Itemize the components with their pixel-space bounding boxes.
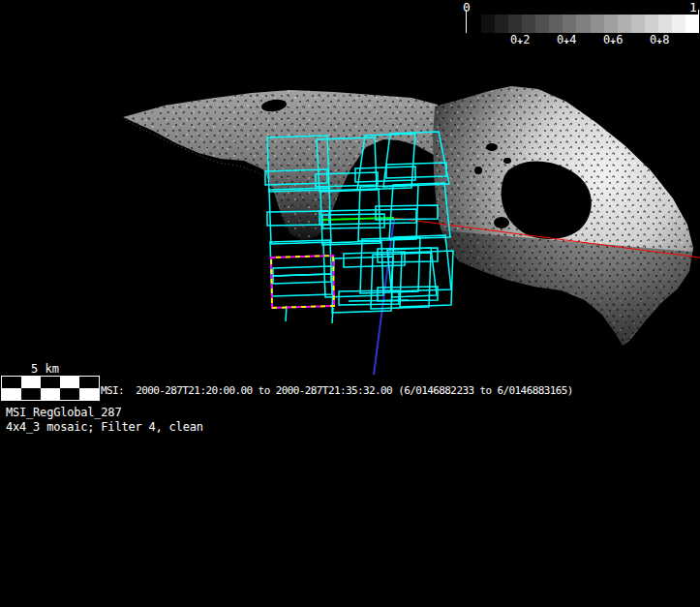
- asteroid-rendering: [107, 77, 700, 358]
- scalebar-cell: [41, 377, 60, 388]
- mosaic-frame-outline: [400, 251, 453, 307]
- crater-shadow-blob: [503, 158, 511, 164]
- scalebar-cell: [79, 377, 99, 388]
- colorbar-step: [618, 15, 631, 33]
- scalebar-label: 5 km: [31, 363, 59, 376]
- scalebar-cell: [2, 377, 21, 388]
- display-window: 0 1 0.2+0.4+0.6+0.8+ 5 km MSI: 2000-287T…: [0, 0, 700, 607]
- colorbar-tick-mark: +: [517, 37, 523, 46]
- scene-canvas[interactable]: [0, 0, 700, 607]
- colorbar-step: [522, 15, 535, 33]
- colorbar-step: [563, 15, 576, 33]
- mosaic-frame-edge: [332, 308, 333, 323]
- colorbar-step: [549, 15, 563, 33]
- sequence-name: MSI_RegGlobal_287: [6, 407, 121, 419]
- scalebar-cell: [21, 388, 41, 400]
- mosaic-description: 4x4_3 mosaic; Filter 4, clean: [6, 421, 203, 434]
- colorbar-step: [672, 15, 685, 33]
- mosaic-frame-outline: [320, 209, 416, 225]
- colorbar-step: [508, 15, 522, 33]
- scalebar-cell: [79, 388, 99, 400]
- colorbar-step: [645, 15, 658, 33]
- colorbar-step: [631, 15, 645, 33]
- colorbar: 0 1 0.2+0.4+0.6+0.8+: [463, 1, 700, 49]
- colorbar-tick-mark: +: [610, 37, 616, 46]
- colorbar-tick-mark: +: [656, 37, 662, 46]
- colorbar-step: [576, 15, 590, 33]
- colorbar-gradient: [481, 15, 699, 33]
- colorbar-step: [685, 15, 699, 33]
- colorbar-step: [495, 15, 508, 33]
- colorbar-max-label: 1: [689, 1, 697, 14]
- mosaic-frame-outline: [273, 274, 331, 284]
- crater-shadow-blob: [474, 167, 482, 174]
- scalebar-cell: [60, 377, 79, 388]
- scalebar-cell: [60, 388, 79, 400]
- colorbar-step: [481, 15, 495, 33]
- colorbar-tick-mark: +: [563, 37, 569, 46]
- colorbar-step: [658, 15, 672, 33]
- crater-shadow-blob: [486, 143, 498, 151]
- scalebar-checker: [1, 376, 100, 401]
- colorbar-step: [591, 15, 604, 33]
- mosaic-frame-outline: [358, 185, 418, 241]
- mosaic-frame-edge: [349, 300, 409, 301]
- crater-shadow-blob: [494, 217, 509, 228]
- scalebar-cell: [2, 388, 21, 400]
- colorbar-min-marker: [466, 10, 467, 33]
- scalebar-cell: [41, 388, 60, 400]
- colorbar-step: [604, 15, 618, 33]
- observation-time-range: MSI: 2000-287T21:20:00.00 to 2000-287T21…: [101, 384, 573, 397]
- scalebar-cell: [21, 377, 41, 388]
- colorbar-step: [535, 15, 549, 33]
